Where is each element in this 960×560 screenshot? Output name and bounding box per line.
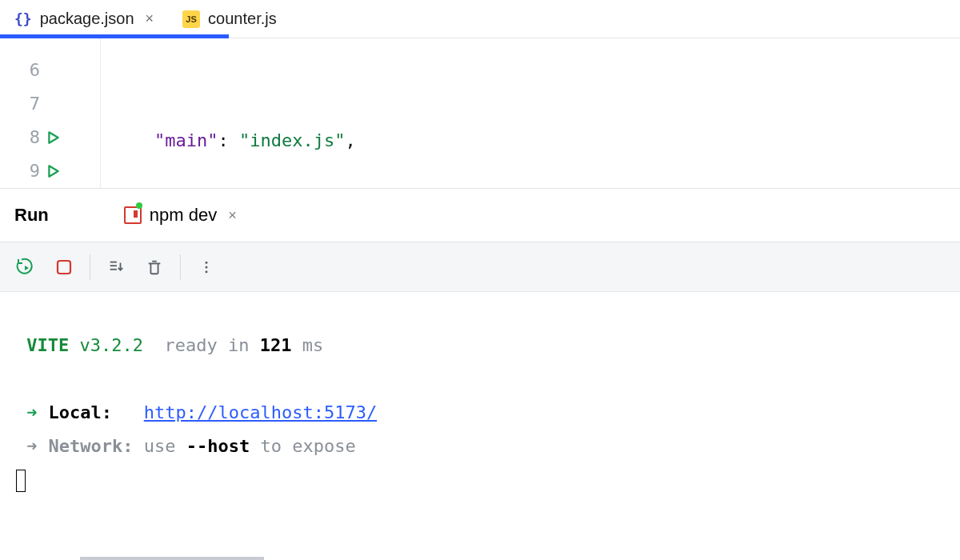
- scroll-to-end-button[interactable]: [98, 250, 134, 285]
- run-title: Run: [14, 205, 49, 226]
- svg-point-2: [206, 266, 208, 268]
- local-url-link[interactable]: http://localhost:5173/: [144, 402, 377, 422]
- js-file-icon: JS: [182, 10, 200, 28]
- separator: [180, 254, 181, 280]
- run-toolbar: [0, 242, 960, 292]
- running-indicator-icon: [136, 202, 142, 209]
- svg-rect-0: [58, 261, 70, 274]
- more-button[interactable]: [189, 250, 224, 285]
- editor-tab-bar: {} package.json × JS counter.js: [0, 0, 960, 38]
- console-line: ➜Local: http://localhost:5173/: [16, 396, 960, 430]
- gutter-line: 6: [0, 53, 100, 86]
- editor-tab-counter-js[interactable]: JS counter.js: [168, 0, 288, 38]
- cursor-icon: [16, 470, 26, 492]
- run-tab-label: npm dev: [150, 205, 217, 226]
- line-number: 7: [18, 94, 40, 114]
- run-icon[interactable]: [46, 130, 61, 145]
- rerun-button[interactable]: [8, 250, 43, 285]
- tab-indicator: [80, 557, 264, 560]
- run-tab-npm-dev[interactable]: npm dev ×: [114, 189, 250, 242]
- editor-tab-label: counter.js: [208, 10, 277, 28]
- gutter-line: 7: [0, 86, 100, 120]
- tab-indicator: [0, 34, 960, 38]
- editor-tab-label: package.json: [40, 10, 134, 28]
- arrow-icon: ➜: [26, 402, 48, 422]
- editor-gutter: 6 7 8 9: [0, 38, 101, 188]
- arrow-icon: ➜: [26, 436, 48, 456]
- line-number: 8: [18, 127, 40, 147]
- clear-button[interactable]: [137, 250, 172, 285]
- line-number: 6: [18, 60, 40, 80]
- close-icon[interactable]: ×: [142, 9, 158, 29]
- line-number: 9: [18, 161, 40, 181]
- run-tool-window-header: Run npm dev ×: [0, 188, 960, 242]
- run-console[interactable]: VITE v3.2.2 ready in 121 ms ➜Local: http…: [0, 292, 960, 560]
- stop-button[interactable]: [46, 250, 82, 285]
- editor-tab-package-json[interactable]: {} package.json ×: [0, 0, 168, 38]
- run-icon[interactable]: [46, 164, 61, 178]
- close-icon[interactable]: ×: [225, 206, 240, 226]
- json-file-icon: {}: [14, 10, 32, 27]
- gutter-line: 8: [0, 121, 100, 154]
- console-line: VITE v3.2.2 ready in 121 ms: [16, 329, 960, 362]
- gutter-line: 9: [0, 154, 100, 188]
- vite-banner: VITE: [26, 335, 69, 355]
- svg-point-1: [206, 261, 208, 263]
- separator: [90, 254, 90, 280]
- editor[interactable]: 6 7 8 9 "main": "index.js", "scripts": {…: [0, 38, 960, 188]
- svg-point-3: [206, 270, 208, 273]
- code-content[interactable]: "main": "index.js", "scripts": { "dev": …: [101, 38, 430, 188]
- console-line: ➜Network: use --host to expose: [16, 430, 960, 463]
- npm-icon: [124, 206, 142, 224]
